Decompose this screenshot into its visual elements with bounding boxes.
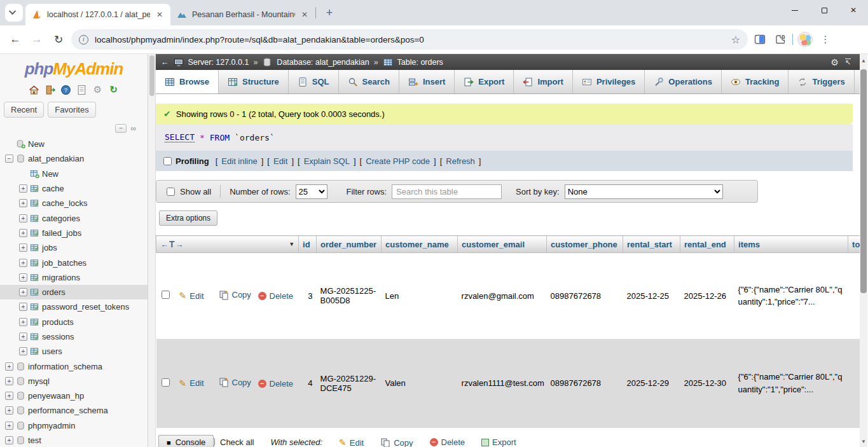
expander-plus-icon[interactable]: + xyxy=(5,362,13,371)
tree-item-alat-pendakian[interactable]: −alat_pendakian xyxy=(0,151,148,166)
tab-tracking[interactable]: Tracking xyxy=(722,70,789,93)
expander-plus-icon[interactable]: + xyxy=(5,377,13,385)
minimize-button[interactable] xyxy=(780,0,809,20)
expander-plus-icon[interactable]: + xyxy=(19,333,27,341)
expander-plus-icon[interactable]: + xyxy=(19,318,27,326)
tree-item-phpmyadmin[interactable]: +phpmyadmin xyxy=(0,418,148,433)
tree-item-test[interactable]: +test xyxy=(0,433,148,447)
expander-plus-icon[interactable]: + xyxy=(5,406,13,415)
help-icon[interactable]: ? xyxy=(60,84,72,95)
tree-item-cache-locks[interactable]: +cache_locks xyxy=(0,196,148,210)
tab-export[interactable]: Export xyxy=(455,70,514,93)
tree-item-failed-jobs[interactable]: +failed_jobs xyxy=(0,226,148,240)
row-checkbox[interactable] xyxy=(162,378,170,387)
close-tab-icon[interactable]: ✕ xyxy=(155,10,164,19)
tree-item-cache[interactable]: +cache xyxy=(0,181,148,196)
tree-item-sessions[interactable]: +sessions xyxy=(0,329,148,344)
tab-search-button[interactable] xyxy=(5,4,23,22)
console-button[interactable]: ■ Console xyxy=(158,435,214,447)
tab-insert[interactable]: Insert xyxy=(399,70,455,93)
forward-button[interactable]: → xyxy=(28,31,46,48)
edit-selected-link[interactable]: ✎Edit xyxy=(339,437,364,447)
page-scrollbar[interactable]: ▲ ▼ xyxy=(860,54,867,447)
tree-item-mysql[interactable]: +mysql xyxy=(0,374,148,389)
bookmark-star-icon[interactable]: ☆ xyxy=(731,34,740,46)
expander-plus-icon[interactable]: + xyxy=(19,347,27,355)
expander-minus-icon[interactable]: − xyxy=(5,155,13,163)
browser-tab-phpmyadmin[interactable]: localhost / 127.0.0.1 / alat_pend ✕ xyxy=(25,4,170,25)
tree-item-performance-schema[interactable]: +performance_schema xyxy=(0,403,148,418)
header-customer-phone[interactable]: customer_phone xyxy=(547,236,623,253)
tab-privileges[interactable]: Privileges xyxy=(573,70,645,93)
url-text[interactable]: localhost/phpmyadmin/index.php?route=/sq… xyxy=(95,35,725,45)
show-all-checkbox[interactable] xyxy=(167,188,175,196)
scroll-to-top-icon[interactable]: ↖ xyxy=(845,58,851,65)
header-items[interactable]: items xyxy=(734,236,848,253)
tree-item-password-reset-tokens[interactable]: +password_reset_tokens xyxy=(0,299,148,314)
tab-sql[interactable]: SQL xyxy=(289,70,339,93)
expander-plus-icon[interactable]: + xyxy=(5,436,13,444)
profile-avatar[interactable] xyxy=(797,32,813,47)
tree-item-orders[interactable]: +orders xyxy=(0,285,148,299)
tree-item-products[interactable]: +products xyxy=(0,315,148,329)
browser-tab-pesanan[interactable]: Pesanan Berhasil - MountainGe ✕ xyxy=(170,4,315,25)
row-checkbox[interactable] xyxy=(162,291,170,299)
delete-row-link[interactable]: −Delete xyxy=(258,379,294,389)
recent-tab[interactable]: Recent xyxy=(4,102,44,118)
edit-row-link[interactable]: ✎Edit xyxy=(179,378,204,389)
tree-item-users[interactable]: +users xyxy=(0,344,148,359)
tree-item-new[interactable]: New xyxy=(0,167,148,181)
browser-menu-icon[interactable]: ⋮ xyxy=(817,34,834,45)
copy-row-link[interactable]: Copy xyxy=(219,377,251,387)
create-php-code-link[interactable]: Create PHP code xyxy=(366,156,430,166)
tree-item-job-batches[interactable]: +job_batches xyxy=(0,255,148,270)
number-of-rows-select[interactable]: 25 xyxy=(296,184,327,199)
tree-item-categories[interactable]: +categories xyxy=(0,210,148,225)
tree-item-information-schema[interactable]: +information_schema xyxy=(0,359,148,373)
settings-gear-icon[interactable]: ⚙ xyxy=(92,84,104,95)
header-customer-name[interactable]: customer_name xyxy=(382,236,458,253)
expander-plus-icon[interactable]: + xyxy=(5,392,13,400)
sidebar-scroll-thumb[interactable] xyxy=(149,55,155,96)
favorites-tab[interactable]: Favorites xyxy=(48,102,95,118)
header-options-cell[interactable]: ←T→ ▼ xyxy=(156,236,299,253)
tab-structure[interactable]: Structure xyxy=(219,70,289,93)
expander-plus-icon[interactable]: + xyxy=(19,184,27,193)
scroll-down-icon[interactable]: ▼ xyxy=(860,439,867,444)
expander-plus-icon[interactable]: + xyxy=(19,214,27,223)
side-panel-icon[interactable] xyxy=(752,34,768,45)
delete-row-link[interactable]: −Delete xyxy=(258,291,294,301)
header-total-clipped[interactable]: to xyxy=(848,236,860,253)
expander-plus-icon[interactable]: + xyxy=(19,259,27,267)
tab-triggers[interactable]: Triggers xyxy=(789,70,854,93)
expander-plus-icon[interactable]: + xyxy=(19,229,27,237)
tree-item-migrations[interactable]: +migrations xyxy=(0,270,148,285)
profiling-checkbox[interactable] xyxy=(163,157,172,165)
tab-import[interactable]: Import xyxy=(514,70,572,93)
tab-search[interactable]: Search xyxy=(339,70,399,93)
expander-plus-icon[interactable]: + xyxy=(19,303,27,311)
edit-inline-link[interactable]: Edit inline xyxy=(221,156,257,166)
tree-item-jobs[interactable]: +jobs xyxy=(0,240,148,255)
close-tab-icon[interactable]: ✕ xyxy=(300,10,309,19)
refresh-link[interactable]: Refresh xyxy=(446,156,475,166)
maximize-button[interactable] xyxy=(809,0,839,20)
sidebar-scrollbar[interactable] xyxy=(148,54,156,447)
logout-icon[interactable] xyxy=(45,84,56,95)
edit-link[interactable]: Edit xyxy=(273,156,287,166)
tree-item-new[interactable]: New xyxy=(0,137,148,151)
breadcrumb-server[interactable]: Server: 127.0.0.1 xyxy=(188,58,249,67)
extra-options-button[interactable]: Extra options xyxy=(159,210,217,226)
new-tab-button[interactable]: + xyxy=(321,4,338,21)
table-search-input[interactable] xyxy=(392,184,502,199)
header-customer-email[interactable]: customer_email xyxy=(458,236,547,253)
expander-plus-icon[interactable]: + xyxy=(19,288,27,296)
header-id[interactable]: id xyxy=(299,236,317,253)
header-rental-start[interactable]: rental_start xyxy=(623,236,680,253)
breadcrumb-table[interactable]: Table: orders xyxy=(397,58,443,67)
address-bar[interactable]: i localhost/phpmyadmin/index.php?route=/… xyxy=(71,29,748,50)
expander-plus-icon[interactable]: + xyxy=(19,199,27,207)
expander-plus-icon[interactable]: + xyxy=(19,244,27,252)
tree-item-penyewaan-hp[interactable]: +penyewaan_hp xyxy=(0,389,148,403)
copy-row-link[interactable]: Copy xyxy=(219,290,251,300)
